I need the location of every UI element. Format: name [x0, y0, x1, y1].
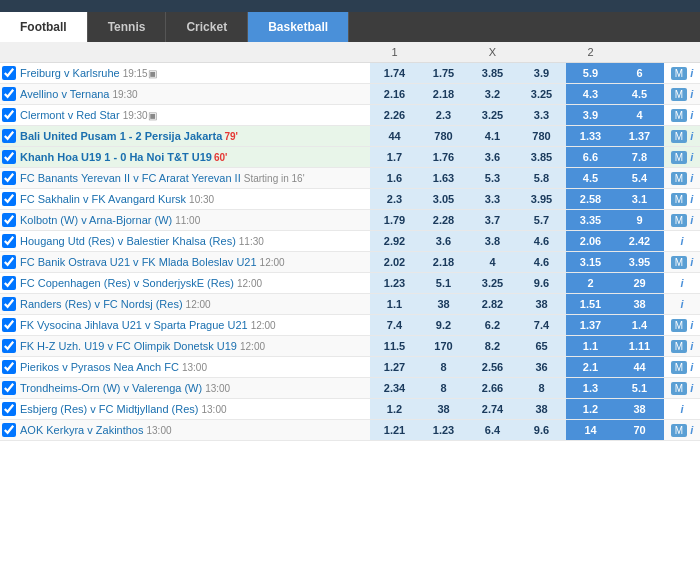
odds-cell[interactable]: 2 — [566, 273, 615, 294]
match-name[interactable]: FC Banik Ostrava U21 v FK Mlada Boleslav… — [20, 256, 257, 268]
odds-cell[interactable]: 2.28 — [419, 210, 468, 231]
odds-cell[interactable]: 11.5 — [370, 336, 419, 357]
odds-cell[interactable]: 4.5 — [615, 84, 664, 105]
i-button[interactable]: i — [690, 424, 693, 436]
match-name[interactable]: Pierikos v Pyrasos Nea Anch FC — [20, 361, 179, 373]
match-name[interactable]: FK H-Z Uzh. U19 v FC Olimpik Donetsk U19 — [20, 340, 237, 352]
m-button[interactable]: M — [671, 319, 687, 332]
match-checkbox[interactable] — [2, 276, 16, 290]
odds-cell[interactable]: 3.95 — [615, 252, 664, 273]
match-name[interactable]: FC Banants Yerevan II v FC Ararat Yereva… — [20, 172, 241, 184]
odds-cell[interactable]: 3.9 — [517, 63, 566, 84]
match-checkbox[interactable] — [2, 423, 16, 437]
odds-cell[interactable]: 38 — [419, 294, 468, 315]
odds-cell[interactable]: 1.37 — [615, 126, 664, 147]
tab-cricket[interactable]: Cricket — [166, 12, 248, 42]
match-name[interactable]: FK Vysocina Jihlava U21 v Sparta Prague … — [20, 319, 248, 331]
odds-cell[interactable]: 4 — [615, 105, 664, 126]
odds-cell[interactable]: 1.23 — [370, 273, 419, 294]
odds-cell[interactable]: 3.3 — [517, 105, 566, 126]
tab-tennis[interactable]: Tennis — [88, 12, 167, 42]
odds-cell[interactable]: 4.1 — [468, 126, 517, 147]
odds-cell[interactable]: 3.7 — [468, 210, 517, 231]
odds-cell[interactable]: 2.18 — [419, 84, 468, 105]
match-name[interactable]: Clermont v Red Star — [20, 109, 120, 121]
odds-cell[interactable]: 2.42 — [615, 231, 664, 252]
odds-cell[interactable]: 2.34 — [370, 378, 419, 399]
match-checkbox[interactable] — [2, 297, 16, 311]
odds-cell[interactable]: 4.6 — [517, 252, 566, 273]
odds-cell[interactable]: 1.1 — [566, 336, 615, 357]
odds-cell[interactable]: 4.6 — [517, 231, 566, 252]
i-button[interactable]: i — [680, 277, 683, 289]
odds-cell[interactable]: 38 — [517, 294, 566, 315]
odds-cell[interactable]: 9 — [615, 210, 664, 231]
odds-cell[interactable]: 6.6 — [566, 147, 615, 168]
odds-cell[interactable]: 3.95 — [517, 189, 566, 210]
odds-cell[interactable]: 8 — [517, 378, 566, 399]
odds-cell[interactable]: 7.4 — [370, 315, 419, 336]
odds-cell[interactable]: 2.82 — [468, 294, 517, 315]
odds-cell[interactable]: 9.6 — [517, 420, 566, 441]
odds-cell[interactable]: 2.3 — [370, 189, 419, 210]
odds-cell[interactable]: 3.35 — [566, 210, 615, 231]
odds-cell[interactable]: 3.8 — [468, 231, 517, 252]
odds-cell[interactable]: 1.7 — [370, 147, 419, 168]
i-button[interactable]: i — [690, 151, 693, 163]
match-checkbox[interactable] — [2, 87, 16, 101]
match-name[interactable]: FC Copenhagen (Res) v SonderjyskE (Res) — [20, 277, 234, 289]
odds-cell[interactable]: 1.11 — [615, 336, 664, 357]
odds-cell[interactable]: 8 — [419, 378, 468, 399]
odds-cell[interactable]: 1.63 — [419, 168, 468, 189]
match-name[interactable]: Kolbotn (W) v Arna-Bjornar (W) — [20, 214, 172, 226]
odds-cell[interactable]: 29 — [615, 273, 664, 294]
odds-cell[interactable]: 5.1 — [419, 273, 468, 294]
i-button[interactable]: i — [690, 319, 693, 331]
match-name[interactable]: Randers (Res) v FC Nordsj (Res) — [20, 298, 183, 310]
odds-cell[interactable]: 2.66 — [468, 378, 517, 399]
odds-cell[interactable]: 44 — [615, 357, 664, 378]
odds-cell[interactable]: 44 — [370, 126, 419, 147]
m-button[interactable]: M — [671, 256, 687, 269]
odds-cell[interactable]: 1.51 — [566, 294, 615, 315]
match-checkbox[interactable] — [2, 66, 16, 80]
odds-cell[interactable]: 3.05 — [419, 189, 468, 210]
m-button[interactable]: M — [671, 193, 687, 206]
odds-cell[interactable]: 3.85 — [517, 147, 566, 168]
odds-cell[interactable]: 1.33 — [566, 126, 615, 147]
odds-cell[interactable]: 3.25 — [517, 84, 566, 105]
m-button[interactable]: M — [671, 109, 687, 122]
odds-cell[interactable]: 1.21 — [370, 420, 419, 441]
odds-cell[interactable]: 7.4 — [517, 315, 566, 336]
odds-cell[interactable]: 38 — [615, 294, 664, 315]
i-button[interactable]: i — [690, 214, 693, 226]
i-button[interactable]: i — [690, 172, 693, 184]
odds-cell[interactable]: 9.6 — [517, 273, 566, 294]
odds-cell[interactable]: 5.7 — [517, 210, 566, 231]
odds-cell[interactable]: 36 — [517, 357, 566, 378]
odds-cell[interactable]: 1.37 — [566, 315, 615, 336]
match-name[interactable]: Trondheims-Orn (W) v Valerenga (W) — [20, 382, 202, 394]
odds-cell[interactable]: 5.9 — [566, 63, 615, 84]
odds-cell[interactable]: 3.1 — [615, 189, 664, 210]
odds-cell[interactable]: 2.1 — [566, 357, 615, 378]
odds-cell[interactable]: 2.16 — [370, 84, 419, 105]
odds-cell[interactable]: 2.92 — [370, 231, 419, 252]
odds-cell[interactable]: 8.2 — [468, 336, 517, 357]
match-checkbox[interactable] — [2, 255, 16, 269]
i-button[interactable]: i — [690, 361, 693, 373]
odds-cell[interactable]: 1.76 — [419, 147, 468, 168]
i-button[interactable]: i — [690, 130, 693, 142]
tab-basketball[interactable]: Basketball — [248, 12, 349, 42]
odds-cell[interactable]: 3.6 — [419, 231, 468, 252]
match-name[interactable]: Bali United Pusam 1 - 2 Persija Jakarta — [20, 130, 222, 142]
i-button[interactable]: i — [690, 340, 693, 352]
match-name[interactable]: FC Sakhalin v FK Avangard Kursk — [20, 193, 186, 205]
odds-cell[interactable]: 70 — [615, 420, 664, 441]
odds-cell[interactable]: 2.74 — [468, 399, 517, 420]
odds-cell[interactable]: 3.25 — [468, 273, 517, 294]
tab-football[interactable]: Football — [0, 12, 88, 42]
match-name[interactable]: Avellino v Ternana — [20, 88, 110, 100]
match-checkbox[interactable] — [2, 192, 16, 206]
i-button[interactable]: i — [690, 382, 693, 394]
